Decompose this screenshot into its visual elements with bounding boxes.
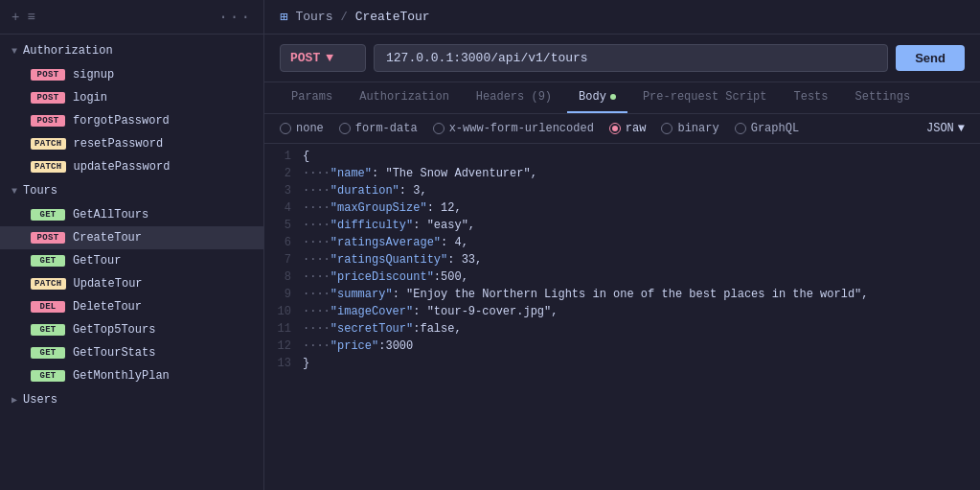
code-line: 8····"priceDiscount":500, — [264, 268, 980, 286]
sidebar-item-updatepassword[interactable]: PATCH updatePassword — [0, 155, 263, 178]
nav-item-name: DeleteTour — [73, 300, 142, 314]
tab-settings[interactable]: Settings — [844, 82, 923, 113]
option-form-data-label: form-data — [355, 122, 418, 135]
main-content: ⊞ Tours / CreateTour POST ▼ Send Params … — [264, 0, 980, 490]
json-dropdown-icon: ▼ — [958, 122, 965, 135]
option-urlencoded[interactable]: x-www-form-urlencoded — [433, 122, 594, 135]
body-dot-indicator — [610, 94, 616, 100]
sidebar-section-tours[interactable]: ▼ Tours — [0, 178, 263, 203]
method-badge-get: GET — [31, 255, 65, 267]
sidebar-header: + ≡ ··· — [0, 0, 263, 35]
code-line: 13} — [264, 355, 980, 372]
line-content: ····"ratingsQuantity": 33, — [303, 251, 980, 268]
sidebar-item-createtour[interactable]: POST CreateTour — [0, 226, 263, 249]
tab-headers[interactable]: Headers (9) — [465, 82, 563, 113]
chevron-down-icon: ▼ — [11, 46, 17, 57]
line-content: ····"imageCover": "tour-9-cover.jpg", — [303, 303, 980, 320]
sidebar-item-forgotpassword[interactable]: POST forgotPassword — [0, 109, 263, 132]
sidebar-section-authorization[interactable]: ▼ Authorization — [0, 38, 263, 63]
json-format-label: JSON — [926, 122, 954, 135]
tab-params[interactable]: Params — [280, 82, 344, 113]
breadcrumb-separator: / — [340, 11, 347, 24]
sidebar-item-signup[interactable]: POST signup — [0, 63, 263, 86]
url-input[interactable] — [374, 44, 888, 72]
code-line: 4····"maxGroupSize": 12, — [264, 199, 980, 217]
method-badge-post: POST — [31, 69, 65, 81]
tab-tests[interactable]: Tests — [783, 82, 840, 113]
sidebar-item-gettop5tours[interactable]: GET GetTop5Tours — [0, 318, 263, 341]
code-line: 2····"name": "The Snow Adventurer", — [264, 165, 980, 182]
nav-item-name: updatePassword — [74, 160, 171, 174]
nav-item-name: GetTour — [73, 254, 121, 268]
code-line: 1{ — [264, 148, 980, 165]
sidebar-item-deletetour[interactable]: DEL DeleteTour — [0, 295, 263, 318]
option-graphql-label: GraphQL — [751, 122, 799, 135]
sidebar-item-resetpassword[interactable]: PATCH resetPassword — [0, 132, 263, 155]
code-line: 5····"difficulty": "easy", — [264, 217, 980, 234]
line-content: ····"priceDiscount":500, — [303, 268, 980, 286]
sidebar-item-gettour[interactable]: GET GetTour — [0, 249, 263, 272]
add-icon[interactable]: + — [11, 10, 19, 25]
sidebar-item-getalltours[interactable]: GET GetAllTours — [0, 203, 263, 226]
code-line: 3····"duration": 3, — [264, 182, 980, 199]
method-select[interactable]: POST ▼ — [280, 44, 366, 72]
option-raw[interactable]: raw — [609, 122, 647, 135]
sidebar-item-getmonthlyplan[interactable]: GET GetMonthlyPlan — [0, 364, 263, 387]
tab-body[interactable]: Body — [567, 82, 627, 113]
radio-urlencoded — [433, 123, 444, 134]
code-line: 9····"summary": "Enjoy the Northern Ligh… — [264, 286, 980, 303]
code-line: 12····"price":3000 — [264, 338, 980, 355]
sidebar-section-users[interactable]: ▶ Users — [0, 387, 263, 412]
option-binary[interactable]: binary — [661, 122, 718, 135]
method-badge-post: POST — [31, 92, 65, 104]
method-badge-patch: PATCH — [31, 138, 66, 150]
line-number: 10 — [264, 303, 303, 320]
json-format-selector[interactable]: JSON ▼ — [926, 122, 965, 135]
sidebar-content: ▼ Authorization POST signup POST login P… — [0, 35, 263, 490]
code-line: 7····"ratingsQuantity": 33, — [264, 251, 980, 268]
filter-icon[interactable]: ≡ — [27, 10, 34, 25]
radio-graphql — [735, 123, 746, 134]
option-graphql[interactable]: GraphQL — [735, 122, 799, 135]
line-content: { — [303, 148, 980, 165]
tab-pre-request[interactable]: Pre-request Script — [631, 82, 779, 113]
sidebar-header-left: + ≡ — [11, 10, 35, 25]
section-label-users: Users — [23, 393, 57, 407]
body-options-bar: none form-data x-www-form-urlencoded raw… — [264, 114, 980, 144]
nav-item-name: GetTourStats — [73, 346, 155, 360]
option-binary-label: binary — [677, 122, 718, 135]
line-number: 9 — [264, 286, 303, 303]
line-number: 5 — [264, 217, 303, 234]
radio-raw — [609, 123, 621, 134]
line-content: ····"secretTour":false, — [303, 320, 980, 338]
option-none-label: none — [296, 122, 324, 135]
chevron-down-icon: ▼ — [11, 186, 17, 197]
method-badge-post: POST — [31, 232, 65, 244]
line-number: 1 — [264, 148, 303, 165]
line-number: 6 — [264, 234, 303, 251]
option-form-data[interactable]: form-data — [339, 122, 418, 135]
breadcrumb-parent: Tours — [295, 10, 332, 24]
code-line: 11····"secretTour":false, — [264, 320, 980, 338]
nav-item-name: GetTop5Tours — [73, 323, 155, 337]
sidebar: + ≡ ··· ▼ Authorization POST signup POST… — [0, 0, 264, 490]
breadcrumb-current: CreateTour — [355, 10, 430, 24]
line-content: ····"ratingsAverage": 4, — [303, 234, 980, 251]
more-options-icon[interactable]: ··· — [218, 9, 252, 26]
nav-item-name: signup — [73, 68, 114, 82]
line-number: 13 — [264, 355, 303, 372]
method-badge-get: GET — [31, 209, 65, 221]
option-none[interactable]: none — [280, 122, 324, 135]
code-editor[interactable]: 1{2····"name": "The Snow Adventurer",3··… — [264, 144, 980, 490]
nav-item-name: forgotPassword — [73, 114, 170, 128]
sidebar-item-login[interactable]: POST login — [0, 86, 263, 109]
sidebar-item-gettourstats[interactable]: GET GetTourStats — [0, 341, 263, 364]
method-badge-del: DEL — [31, 301, 65, 313]
tab-authorization[interactable]: Authorization — [348, 82, 461, 113]
option-urlencoded-label: x-www-form-urlencoded — [449, 122, 594, 135]
line-number: 12 — [264, 338, 303, 355]
sidebar-item-updatetour[interactable]: PATCH UpdateTour — [0, 272, 263, 295]
method-badge-patch: PATCH — [31, 161, 66, 173]
send-button[interactable]: Send — [896, 45, 965, 71]
option-raw-label: raw — [626, 122, 647, 135]
